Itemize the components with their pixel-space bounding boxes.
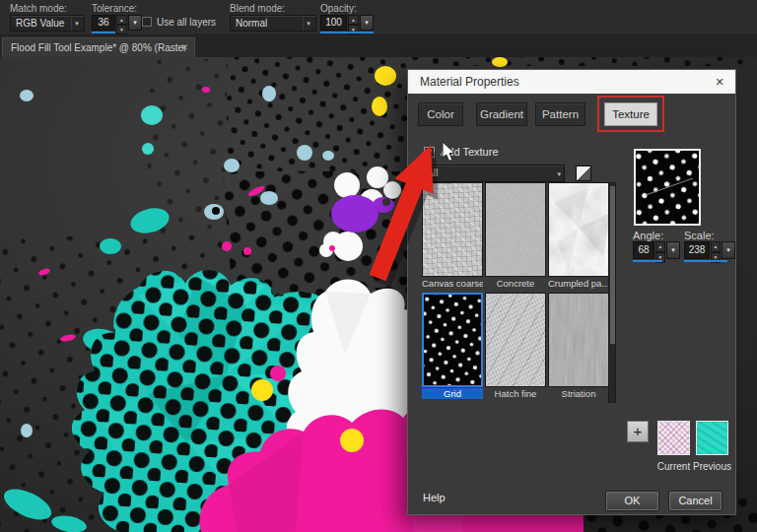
blend-mode-label: Blend mode:: [230, 3, 285, 14]
plus-icon: +: [634, 423, 643, 439]
texture-tile-canvas-coarse[interactable]: Canvas coarse: [422, 182, 483, 289]
dialog-title: Material Properties: [420, 75, 519, 89]
angle-spinner[interactable]: ▴ ▾: [655, 241, 665, 259]
spinner-down-icon[interactable]: ▾: [116, 25, 127, 34]
texture-thumb: [548, 182, 609, 277]
angle-accent-underline: [633, 260, 662, 262]
help-link[interactable]: Help: [423, 492, 446, 503]
tolerance-input[interactable]: 36: [92, 15, 115, 31]
texture-list-scrollbar[interactable]: [608, 182, 616, 403]
texture-thumb: [485, 182, 546, 277]
texture-thumb: [422, 182, 483, 277]
ok-button[interactable]: OK: [605, 491, 659, 511]
use-all-layers-label: Use all layers: [157, 17, 216, 28]
texture-preview: [634, 149, 701, 226]
scale-spinner[interactable]: ▴ ▾: [711, 241, 721, 259]
previous-swatch-label: Previous: [689, 461, 735, 472]
spinner-up-icon[interactable]: ▴: [116, 15, 127, 25]
scale-label: Scale:: [684, 230, 715, 241]
angle-label: Angle:: [633, 230, 663, 241]
chevron-down-icon: ▾: [303, 16, 313, 31]
texture-thumb: [485, 293, 546, 387]
texture-library-icon[interactable]: [576, 166, 591, 181]
match-mode-label: Match mode:: [10, 3, 67, 14]
chevron-down-icon: ▾: [557, 166, 561, 182]
chevron-down-icon: ▾: [726, 246, 730, 253]
spinner-up-icon[interactable]: ▴: [348, 15, 359, 25]
angle-input[interactable]: 68: [633, 241, 654, 259]
tool-options-toolbar: Match mode: RGB Value ▾ Tolerance: 36 ▴ …: [0, 0, 757, 35]
chevron-down-icon: ▾: [71, 16, 82, 31]
add-texture-label: Add Texture: [441, 146, 499, 158]
tolerance-slider-button[interactable]: ▾: [128, 15, 142, 31]
opacity-label: Opacity:: [320, 3, 357, 14]
chevron-down-icon: ▾: [133, 19, 137, 26]
spinner-up-icon[interactable]: ▴: [711, 241, 721, 252]
close-icon[interactable]: ✕: [713, 70, 726, 94]
add-texture-checkbox[interactable]: ✓: [424, 147, 435, 158]
tab-texture[interactable]: Texture: [604, 102, 657, 126]
blend-mode-dropdown[interactable]: Normal ▾: [230, 15, 316, 32]
opacity-input[interactable]: 100: [320, 15, 347, 31]
angle-slider-button[interactable]: ▾: [666, 241, 680, 259]
match-mode-dropdown[interactable]: RGB Value ▾: [10, 15, 85, 32]
scale-input[interactable]: 238: [684, 241, 710, 259]
opacity-spinner[interactable]: ▴ ▾: [348, 15, 359, 31]
texture-tile-striation[interactable]: Striation: [548, 293, 609, 399]
use-all-layers-checkbox[interactable]: [142, 17, 152, 27]
tolerance-accent-underline: [92, 32, 115, 33]
opacity-slider-button[interactable]: ▾: [360, 15, 374, 31]
chevron-down-icon: ▾: [365, 19, 369, 26]
opacity-accent-underline: [320, 32, 374, 33]
document-tab-bar: Flood Fill Tool Example* @ 80% (Raster 1…: [0, 36, 757, 57]
document-tab[interactable]: Flood Fill Tool Example* @ 80% (Raster 1…: [2, 37, 195, 57]
tolerance-spinner[interactable]: ▴ ▾: [116, 15, 127, 31]
texture-tile-hatch-fine[interactable]: Hatch fine: [485, 293, 546, 399]
app-window: Match mode: RGB Value ▾ Tolerance: 36 ▴ …: [0, 0, 757, 532]
spinner-up-icon[interactable]: ▴: [655, 241, 665, 252]
tab-pattern[interactable]: Pattern: [535, 102, 585, 126]
add-to-palette-button[interactable]: +: [627, 421, 649, 442]
dialog-title-bar[interactable]: Material Properties ✕: [408, 70, 735, 94]
scale-slider-button[interactable]: ▾: [722, 241, 735, 259]
texture-thumb: [548, 293, 609, 387]
cancel-button[interactable]: Cancel: [668, 491, 723, 511]
check-icon: ✓: [426, 148, 434, 158]
current-material-swatch[interactable]: [657, 421, 690, 455]
texture-category-dropdown[interactable]: All ▾: [420, 165, 565, 182]
scrollbar-thumb[interactable]: [610, 186, 615, 344]
texture-tile-grid[interactable]: Grid: [422, 293, 483, 399]
texture-tile-crumpled-paper[interactable]: Crumpled pa...: [548, 182, 609, 289]
material-properties-dialog: Material Properties ✕ Color Gradient Pat…: [407, 69, 736, 515]
previous-material-swatch[interactable]: [696, 421, 728, 455]
close-icon[interactable]: ✕: [180, 38, 188, 57]
chevron-down-icon: ▾: [671, 246, 675, 253]
tolerance-label: Tolerance:: [92, 3, 137, 14]
scale-accent-underline: [684, 260, 727, 262]
texture-thumb: [422, 293, 483, 387]
texture-tile-concrete[interactable]: Concrete: [485, 182, 546, 289]
texture-swatch-list: Canvas coarse Concrete Crumpled pa... Gr…: [420, 182, 616, 407]
tab-gradient[interactable]: Gradient: [476, 102, 527, 126]
tab-color[interactable]: Color: [418, 102, 463, 126]
